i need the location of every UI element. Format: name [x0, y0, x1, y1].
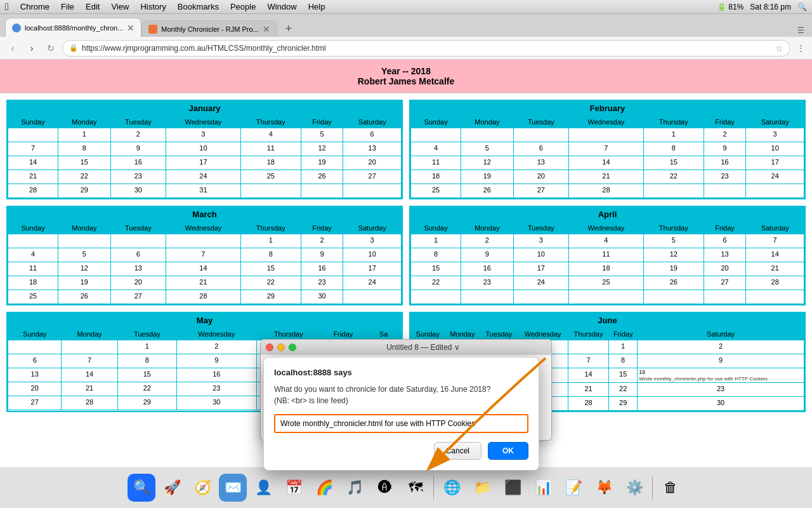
bookmark-star-icon[interactable]: ☆ — [775, 43, 783, 53]
col-fri: Friday — [301, 116, 343, 128]
page-header: Year -- 2018 Robert James Metcalfe — [0, 60, 812, 93]
tab2-title: Monthly Chronicler - RJM Pro... — [161, 25, 258, 33]
cancel-button[interactable]: Cancel — [434, 442, 481, 460]
tab-2[interactable]: Monthly Chronicler - RJM Pro... ✕ — [141, 20, 277, 37]
january-header: January — [8, 101, 402, 116]
menu-chrome[interactable]: Chrome — [20, 2, 49, 11]
dock-calendar[interactable]: 📅 — [280, 474, 308, 502]
col-sat: Saturday — [343, 116, 402, 128]
url-text: https://www.rjmprogramming.com.au/HTMLCS… — [82, 44, 771, 53]
march-calendar: March SundayMondayTuesdayWednesdayThursd… — [6, 206, 403, 305]
page-content: Year -- 2018 Robert James Metcalfe Janua… — [0, 60, 812, 508]
reload-button[interactable]: ↻ — [43, 41, 58, 56]
browser-window: localhost:8888/monthly_chron... ✕ Monthl… — [0, 14, 812, 508]
clock: Sat 8:16 pm — [750, 3, 791, 11]
dock-appstore[interactable]: 🅐 — [371, 474, 399, 502]
address-input[interactable]: 🔒 https://www.rjmprogramming.com.au/HTML… — [62, 40, 790, 57]
tab1-title: localhost:8888/monthly_chron... — [25, 24, 123, 32]
dock-photos[interactable]: 🌈 — [310, 474, 338, 502]
tab1-favicon — [12, 23, 21, 32]
ok-button[interactable]: OK — [488, 442, 528, 460]
forward-button[interactable]: › — [24, 41, 39, 56]
dock-mail[interactable]: ✉️ — [219, 474, 247, 502]
dock-trash[interactable]: 🗑 — [657, 474, 684, 502]
new-tab-button[interactable]: + — [280, 20, 298, 37]
february-calendar: February SundayMondayTuesdayWednesdayThu… — [409, 100, 806, 199]
search-icon[interactable]: 🔍 — [797, 3, 807, 11]
dock-contacts[interactable]: 👤 — [249, 474, 277, 502]
february-header: February — [410, 101, 804, 116]
dock-firefox[interactable]: 🦊 — [590, 474, 618, 502]
year-title: Year -- 2018 — [6, 66, 806, 76]
menu-people[interactable]: People — [230, 2, 256, 11]
alert-message: What do you want to chronicle for date S… — [274, 384, 528, 406]
tab2-favicon — [148, 25, 157, 34]
january-table: Sunday Monday Tuesday Wednesday Thursday… — [8, 116, 402, 198]
toolbar-icons: ⋮ — [794, 42, 807, 55]
col-thu: Thursday — [240, 116, 301, 128]
alert-buttons: Cancel OK — [274, 442, 528, 460]
menu-file[interactable]: File — [61, 2, 74, 11]
dock-safari[interactable]: 🧭 — [188, 474, 216, 502]
col-sun: Sunday — [8, 116, 58, 128]
alert-dialog: localhost:8888 says What do you want to … — [263, 357, 539, 471]
february-table: SundayMondayTuesdayWednesdayThursdayFrid… — [410, 116, 804, 198]
dock-maps[interactable]: 🗺 — [402, 474, 429, 502]
dock-finder[interactable]: 🔍 — [128, 474, 155, 502]
col-mon: Monday — [58, 116, 111, 128]
menu-window[interactable]: Window — [267, 2, 296, 11]
menu-history[interactable]: History — [140, 2, 166, 11]
editor-title: Untitled 8 — Edited ∨ — [300, 343, 546, 352]
dock-settings[interactable]: ⚙️ — [620, 474, 648, 502]
june-16-note: Wrote monthly_chronicler.php for use wit… — [639, 376, 768, 382]
dock-filezilla[interactable]: 📁 — [468, 474, 496, 502]
menubar-right: 🔋 81% Sat 8:16 pm 🔍 — [717, 3, 807, 11]
dock-itunes[interactable]: 🎵 — [341, 474, 369, 502]
maximize-window-button[interactable] — [289, 344, 296, 351]
back-button[interactable]: ‹ — [5, 41, 20, 56]
text-editor-titlebar: Untitled 8 — Edited ∨ — [261, 340, 551, 355]
apple-menu[interactable]:  — [5, 1, 9, 13]
june-header: June — [410, 313, 804, 328]
menu-help[interactable]: Help — [308, 2, 325, 11]
menu-edit[interactable]: Edit — [86, 2, 100, 11]
name-title: Robert James Metcalfe — [6, 76, 806, 86]
alert-question: What do you want to chronicle for date S… — [274, 385, 490, 394]
may-header: May — [8, 313, 402, 328]
dock-separator — [433, 476, 434, 499]
april-table: SundayMondayTuesdayWednesdayThursdayFrid… — [410, 222, 804, 304]
secure-icon: 🔒 — [69, 44, 78, 52]
alert-source: localhost:8888 says — [274, 368, 528, 377]
march-table: SundayMondayTuesdayWednesdayThursdayFrid… — [8, 222, 402, 304]
tab2-close[interactable]: ✕ — [263, 24, 270, 34]
battery-icon: 🔋 81% — [717, 3, 743, 11]
april-calendar: April SundayMondayTuesdayWednesdayThursd… — [409, 206, 806, 305]
minimize-window-button[interactable] — [277, 344, 285, 351]
menu-bookmarks[interactable]: Bookmarks — [178, 2, 219, 11]
address-bar: ‹ › ↻ 🔒 https://www.rjmprogramming.com.a… — [0, 37, 812, 60]
april-header: April — [410, 207, 804, 222]
alert-input[interactable] — [274, 414, 528, 433]
tab-1[interactable]: localhost:8888/monthly_chron... ✕ — [5, 18, 141, 37]
dock-chrome[interactable]: 🌐 — [438, 474, 466, 502]
march-header: March — [8, 207, 402, 222]
alert-hint: (NB: <br> is line feed) — [274, 396, 348, 405]
extensions-icon[interactable]: ⋮ — [794, 42, 807, 55]
dock-terminal[interactable]: ⬛ — [499, 474, 527, 502]
dock-launchpad[interactable]: 🚀 — [158, 474, 186, 502]
dock: 🔍 🚀 🧭 ✉️ 👤 📅 🌈 🎵 🅐 🗺 🌐 📁 ⬛ 📊 📝 🦊 ⚙️ 🗑 — [0, 467, 812, 508]
january-calendar: January Sunday Monday Tuesday Wednesday … — [6, 100, 403, 199]
table-row — [8, 128, 58, 142]
menubar:  Chrome File Edit View History Bookmark… — [0, 0, 812, 14]
tab1-close[interactable]: ✕ — [127, 23, 134, 33]
dock-separator2 — [652, 476, 653, 499]
col-wed: Wednesday — [166, 116, 241, 128]
close-window-button[interactable] — [266, 344, 273, 351]
dock-activity[interactable]: 📊 — [529, 474, 557, 502]
tab-bar: localhost:8888/monthly_chron... ✕ Monthl… — [0, 14, 812, 37]
dock-texteditor[interactable]: 📝 — [560, 474, 587, 502]
col-tue: Tuesday — [110, 116, 166, 128]
window-controls-icon: ☰ — [794, 24, 807, 37]
menu-view[interactable]: View — [111, 2, 129, 11]
